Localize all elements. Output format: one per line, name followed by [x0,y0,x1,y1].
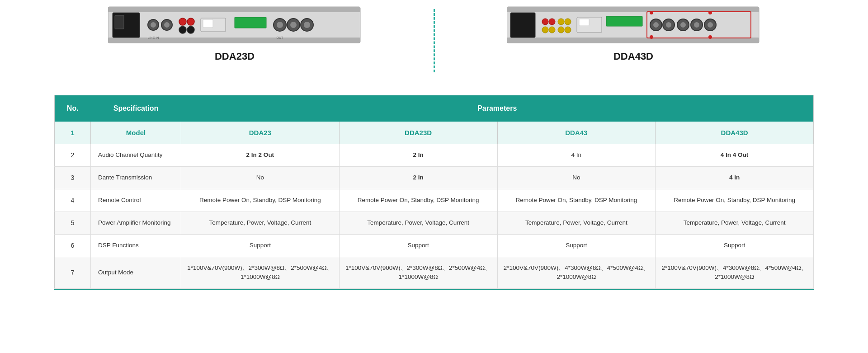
svg-point-19 [290,22,297,28]
row2-no: 2 [55,144,91,167]
model-row: 1 Model DDA23 DDA23D DDA43 DDA43D [55,122,814,144]
row4-col4: Remote Power On, Standby, DSP Monitoring [656,189,814,212]
table-header-row: No. Specification Parameters [55,95,814,122]
svg-point-52 [650,35,653,39]
svg-text:OUT: OUT [277,36,284,39]
svg-point-53 [708,35,712,39]
row6-col1: Support [181,235,340,257]
dda23d-title: DDA23D [215,51,255,62]
divider-line [434,9,435,72]
row6-spec: DSP Functions [91,235,181,257]
svg-point-6 [151,22,156,28]
row6-col3: Support [497,235,656,257]
svg-point-45 [680,22,686,28]
row4-spec: Remote Control [91,189,181,212]
svg-point-30 [542,27,548,33]
row7-spec: Output Mode [91,257,181,289]
svg-rect-1 [108,7,360,12]
products-section: LINE IN OUT DDA23D [0,0,868,86]
row5-spec: Power Amplifier Monitoring [91,212,181,235]
dda23d-image: LINE IN OUT [108,5,361,45]
dda43d-image [507,5,760,45]
row2-col1: 2 In 2 Out [181,144,340,167]
product-dda43d: DDA43D [453,5,814,62]
row7-no: 7 [55,257,91,289]
svg-point-11 [179,26,186,33]
header-no: No. [55,95,91,122]
svg-rect-15 [235,17,266,28]
row4-no: 4 [55,189,91,212]
svg-rect-4 [115,15,124,29]
row6-no: 6 [55,235,91,257]
row3-spec: Dante Transmission [91,167,181,189]
table-bottom-border [54,289,814,290]
row5-col2: Temperature, Power, Voltage, Current [339,212,497,235]
svg-point-12 [187,26,194,33]
table-row: 3 Dante Transmission No 2 In No 4 In [55,167,814,189]
svg-point-33 [565,19,571,25]
model-col3: DDA43 [497,122,656,144]
svg-point-49 [708,22,713,28]
model-col2: DDA23D [339,122,497,144]
svg-rect-2 [108,38,360,43]
svg-rect-27 [510,13,535,38]
table-row: 2 Audio Channel Quantity 2 In 2 Out 2 In… [55,144,814,167]
product-dda23d: LINE IN OUT DDA23D [54,5,415,62]
svg-point-21 [304,22,310,28]
row7-col2: 1*100V&70V(900W)、2*300W@8Ω、2*500W@4Ω、1*1… [339,257,497,289]
row3-no: 3 [55,167,91,189]
header-spec: Specification [91,95,181,122]
svg-point-47 [694,22,699,28]
svg-point-28 [542,19,548,25]
table-row: 5 Power Amplifier Monitoring Temperature… [55,212,814,235]
table-row: 7 Output Mode 1*100V&70V(900W)、2*300W@8Ω… [55,257,814,289]
row7-col1: 1*100V&70V(900W)、2*300W@8Ω、2*500W@4Ω、1*1… [181,257,340,289]
svg-point-8 [164,22,170,28]
row7-col4: 2*100V&70V(900W)、4*300W@8Ω、4*500W@4Ω、2*1… [656,257,814,289]
row2-col4: 4 In 4 Out [656,144,814,167]
dda43d-title: DDA43D [613,51,653,62]
svg-point-32 [558,19,564,25]
svg-point-31 [549,27,555,33]
table-row: 6 DSP Functions Support Support Support … [55,235,814,257]
row6-col4: Support [656,235,814,257]
header-params: Parameters [181,95,814,122]
row3-col4: 4 In [656,167,814,189]
model-col1: DDA23 [181,122,340,144]
row7-col3: 2*100V&70V(900W)、4*300W@8Ω、4*500W@4Ω、2*1… [497,257,656,289]
row5-col4: Temperature, Power, Voltage, Current [656,212,814,235]
row2-spec: Audio Channel Quantity [91,144,181,167]
table-row: 4 Remote Control Remote Power On, Standb… [55,189,814,212]
svg-rect-38 [606,16,642,26]
svg-point-35 [565,27,571,33]
spec-table: No. Specification Parameters 1 Model DDA… [54,95,814,289]
model-col4: DDA43D [656,122,814,144]
row3-col3: No [497,167,656,189]
row4-col3: Remote Power On, Standby, DSP Monitoring [497,189,656,212]
row3-col2: 2 In [339,167,497,189]
row6-col2: Support [339,235,497,257]
svg-point-41 [653,22,659,28]
svg-rect-14 [203,19,213,28]
svg-point-43 [666,22,671,28]
svg-rect-37 [579,19,589,26]
svg-point-10 [187,18,194,25]
row4-col1: Remote Power On, Standby, DSP Monitoring [181,189,340,212]
svg-point-34 [558,27,564,33]
svg-point-29 [549,19,555,25]
row3-col1: No [181,167,340,189]
row4-col2: Remote Power On, Standby, DSP Monitoring [339,189,497,212]
svg-point-17 [277,22,283,28]
svg-point-9 [179,18,186,25]
row2-col2: 2 In [339,144,497,167]
model-row-spec: Model [91,122,181,144]
row5-col3: Temperature, Power, Voltage, Current [497,212,656,235]
table-section: No. Specification Parameters 1 Model DDA… [0,86,868,304]
page-wrapper: LINE IN OUT DDA23D [0,0,868,353]
model-row-no: 1 [55,122,91,144]
row5-col1: Temperature, Power, Voltage, Current [181,212,340,235]
svg-text:LINE IN: LINE IN [148,36,159,39]
row2-col3: 4 In [497,144,656,167]
svg-point-51 [708,11,712,14]
svg-point-50 [650,11,653,14]
